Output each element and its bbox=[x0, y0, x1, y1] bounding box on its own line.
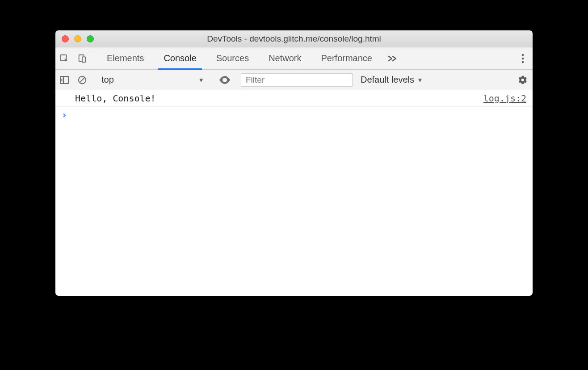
log-source-link[interactable]: log.js:2 bbox=[483, 93, 526, 104]
levels-label: Default levels bbox=[361, 75, 414, 85]
tab-performance[interactable]: Performance bbox=[311, 47, 382, 69]
svg-line-8 bbox=[80, 77, 85, 82]
tab-elements[interactable]: Elements bbox=[97, 47, 154, 69]
console-prompt[interactable]: › bbox=[55, 107, 533, 123]
tab-sources[interactable]: Sources bbox=[206, 47, 259, 69]
titlebar: DevTools - devtools.glitch.me/console/lo… bbox=[55, 30, 533, 47]
close-window-button[interactable] bbox=[62, 35, 69, 42]
console-sidebar-toggle-icon[interactable] bbox=[55, 76, 73, 84]
console-settings-icon[interactable] bbox=[513, 75, 533, 85]
svg-point-3 bbox=[522, 54, 524, 55]
clear-console-icon[interactable] bbox=[73, 75, 91, 85]
settings-menu-icon[interactable] bbox=[513, 54, 533, 63]
filter-input[interactable] bbox=[241, 73, 353, 87]
svg-point-5 bbox=[522, 61, 524, 63]
execution-context-select[interactable]: top ▼ bbox=[97, 75, 209, 85]
device-toolbar-icon[interactable] bbox=[73, 47, 91, 69]
minimize-window-button[interactable] bbox=[74, 35, 81, 42]
panel-tabs: Elements Console Sources Network Perform… bbox=[97, 47, 382, 69]
maximize-window-button[interactable] bbox=[87, 35, 94, 42]
svg-rect-2 bbox=[82, 57, 85, 62]
context-label: top bbox=[101, 75, 114, 85]
tab-network[interactable]: Network bbox=[259, 47, 311, 69]
window-title: DevTools - devtools.glitch.me/console/lo… bbox=[55, 34, 533, 44]
console-toolbar: top ▼ Default levels ▼ bbox=[55, 70, 533, 90]
more-tabs-button[interactable] bbox=[382, 47, 403, 69]
devtools-window: DevTools - devtools.glitch.me/console/lo… bbox=[55, 30, 533, 296]
tab-console[interactable]: Console bbox=[154, 47, 206, 69]
svg-point-4 bbox=[522, 57, 524, 59]
inspect-element-icon[interactable] bbox=[55, 47, 73, 69]
live-expression-icon[interactable] bbox=[214, 76, 235, 84]
console-output: Hello, Console! log.js:2 › bbox=[55, 90, 533, 296]
log-levels-select[interactable]: Default levels ▼ bbox=[361, 75, 423, 85]
traffic-lights bbox=[55, 35, 94, 42]
tabbar: Elements Console Sources Network Perform… bbox=[55, 47, 533, 70]
prompt-caret-icon: › bbox=[62, 109, 67, 120]
chevron-down-icon: ▼ bbox=[417, 76, 423, 84]
chevron-down-icon: ▼ bbox=[198, 76, 204, 84]
log-entry: Hello, Console! log.js:2 bbox=[55, 90, 533, 107]
divider bbox=[94, 51, 94, 66]
log-message: Hello, Console! bbox=[62, 93, 483, 104]
